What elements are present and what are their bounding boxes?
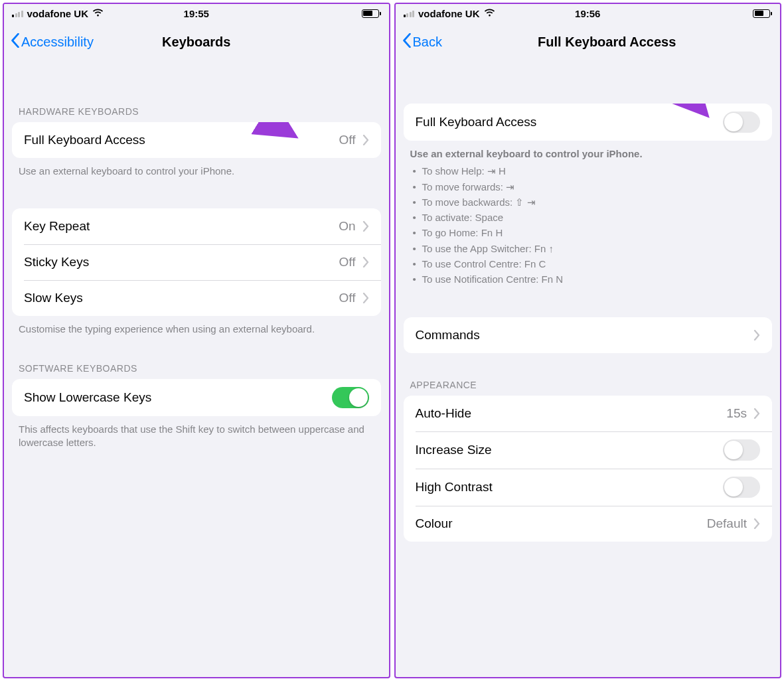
hardware-rows-group: Key Repeat On Sticky Keys Off Slow Keys … <box>12 208 381 316</box>
auto-hide-row[interactable]: Auto-Hide 15s <box>404 396 773 431</box>
chevron-right-icon <box>753 330 760 340</box>
full-keyboard-access-toggle-row[interactable]: Full Keyboard Access <box>404 104 773 141</box>
show-lowercase-row[interactable]: Show Lowercase Keys <box>12 379 381 416</box>
fka-group: Full Keyboard Access Off <box>12 122 381 158</box>
row-value: On <box>339 219 355 234</box>
fka-value: Off <box>339 133 356 147</box>
row-label: Key Repeat <box>24 219 339 234</box>
row-value: Off <box>339 291 356 305</box>
chevron-right-icon <box>362 293 369 303</box>
chevron-right-icon <box>362 257 369 267</box>
commands-row[interactable]: Commands <box>404 317 773 353</box>
row-label: Full Keyboard Access <box>416 115 724 129</box>
help-item: To activate: Space <box>410 210 766 225</box>
back-button[interactable]: Back <box>402 33 442 51</box>
status-time: 19:55 <box>184 8 209 19</box>
lowercase-footer: This affects keyboards that use the Shif… <box>4 416 389 450</box>
row-value: Off <box>339 255 356 269</box>
chevron-right-icon <box>753 518 760 529</box>
row-label: Colour <box>416 516 707 531</box>
chevron-right-icon <box>362 221 369 232</box>
row-label: High Contrast <box>416 480 724 494</box>
chevron-left-icon <box>11 33 20 51</box>
page-title: Full Keyboard Access <box>538 35 676 50</box>
status-bar: vodafone UK 19:55 <box>4 4 389 23</box>
row-value: 15s <box>726 406 747 421</box>
slow-keys-row[interactable]: Slow Keys Off <box>12 280 381 316</box>
software-keyboards-header: SOFTWARE KEYBOARDS <box>4 337 389 379</box>
help-item: To show Help: ⇥ H <box>410 163 766 179</box>
battery-icon <box>753 9 772 18</box>
help-item: To use Control Centre: Fn C <box>410 256 766 271</box>
row-value: Default <box>707 516 747 531</box>
fka-footer: Use an external keyboard to control your… <box>4 158 389 178</box>
help-item: To move backwards: ⇧ ⇥ <box>410 194 766 210</box>
page-title: Keyboards <box>162 35 230 50</box>
row-label: Show Lowercase Keys <box>24 390 332 405</box>
increase-size-row[interactable]: Increase Size <box>404 431 773 469</box>
battery-icon <box>362 9 381 18</box>
phone-keyboards: vodafone UK 19:55 Accessibility Keyboard… <box>3 3 390 678</box>
back-label: Back <box>413 35 442 50</box>
signal-icon <box>12 9 23 17</box>
increase-size-toggle[interactable] <box>723 439 760 461</box>
sticky-keys-row[interactable]: Sticky Keys Off <box>12 244 381 280</box>
chevron-left-icon <box>402 33 412 51</box>
row-label: Auto-Hide <box>416 406 727 421</box>
carrier-label: vodafone UK <box>27 8 89 19</box>
signal-icon <box>404 9 415 17</box>
high-contrast-toggle[interactable] <box>723 477 760 498</box>
chevron-right-icon <box>362 135 369 145</box>
status-bar: vodafone UK 19:56 <box>396 4 781 23</box>
appearance-header: APPEARANCE <box>396 353 781 396</box>
high-contrast-row[interactable]: High Contrast <box>404 469 773 506</box>
status-time: 19:56 <box>575 8 600 19</box>
content-scroll[interactable]: Full Keyboard Access Use an external key… <box>396 61 781 677</box>
help-intro: Use an external keyboard to control your… <box>396 141 781 161</box>
help-item: To use Notification Centre: Fn N <box>410 271 766 287</box>
row-label: Increase Size <box>416 443 724 457</box>
help-item: To use the App Switcher: Fn ↑ <box>410 241 766 256</box>
wifi-icon <box>484 8 495 19</box>
show-lowercase-toggle[interactable] <box>332 387 369 408</box>
key-repeat-row[interactable]: Key Repeat On <box>12 208 381 244</box>
full-keyboard-access-toggle[interactable] <box>723 112 760 133</box>
nav-bar: Accessibility Keyboards <box>4 23 389 61</box>
row-label: Commands <box>416 328 754 342</box>
fka-toggle-group: Full Keyboard Access <box>404 104 773 141</box>
help-item: To go Home: Fn H <box>410 225 766 240</box>
row-label: Sticky Keys <box>24 255 339 269</box>
appearance-group: Auto-Hide 15s Increase Size High Contras… <box>404 396 773 542</box>
chevron-right-icon <box>753 408 760 419</box>
full-keyboard-access-row[interactable]: Full Keyboard Access Off <box>12 122 381 158</box>
help-list: To show Help: ⇥ H To move forwards: ⇥ To… <box>396 161 781 287</box>
back-label: Accessibility <box>21 35 94 50</box>
lowercase-group: Show Lowercase Keys <box>12 379 381 416</box>
phone-full-keyboard-access: vodafone UK 19:56 Back Full Keyboard Acc… <box>394 3 782 678</box>
back-button[interactable]: Accessibility <box>11 33 94 51</box>
nav-bar: Back Full Keyboard Access <box>396 23 781 61</box>
help-item: To move forwards: ⇥ <box>410 179 766 194</box>
hardware-footer: Customise the typing experience when usi… <box>4 316 389 336</box>
content-scroll[interactable]: HARDWARE KEYBOARDS Full Keyboard Access … <box>4 61 389 677</box>
commands-group: Commands <box>404 317 773 353</box>
colour-row[interactable]: Colour Default <box>404 506 773 542</box>
row-label: Slow Keys <box>24 291 339 305</box>
fka-label: Full Keyboard Access <box>24 133 339 147</box>
carrier-label: vodafone UK <box>418 8 480 19</box>
hardware-keyboards-header: HARDWARE KEYBOARDS <box>4 61 389 122</box>
wifi-icon <box>92 8 104 19</box>
